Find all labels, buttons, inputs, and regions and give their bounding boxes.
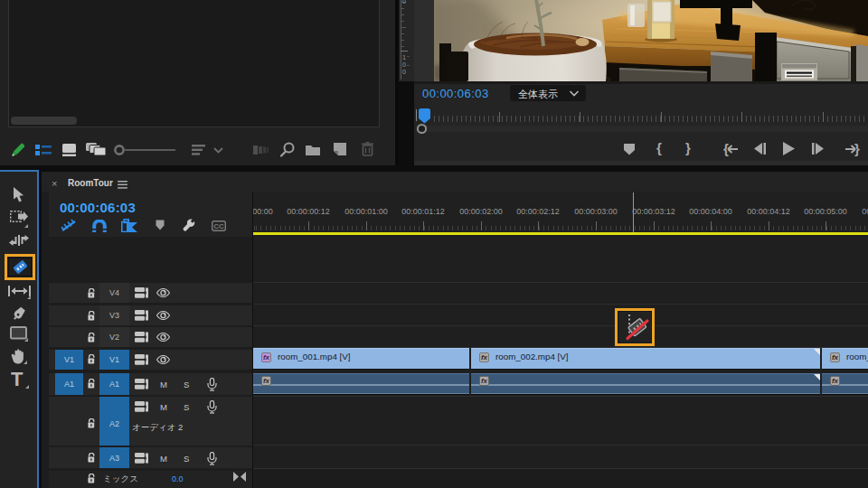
svg-text:}: } — [854, 142, 860, 156]
svg-text:CC: CC — [213, 222, 224, 230]
